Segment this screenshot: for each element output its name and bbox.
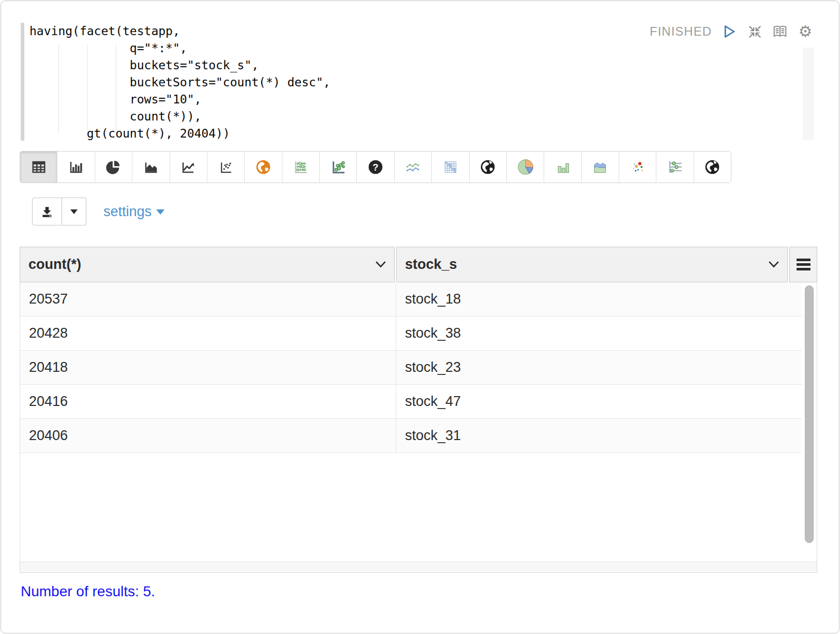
pie-chart-icon: [106, 159, 121, 175]
viz-globe-button[interactable]: [470, 152, 507, 183]
code-line: rows="10",: [29, 91, 331, 108]
viz-map-orange-button[interactable]: [245, 152, 282, 183]
bar-chart-icon: [68, 159, 84, 175]
cell-stock: stock_31: [396, 419, 802, 452]
viz-table-button[interactable]: [20, 152, 57, 183]
editor-gutter: [21, 23, 24, 141]
viz-bar-chart-button[interactable]: [57, 152, 95, 183]
column-label: stock_s: [405, 256, 457, 273]
table-body: 20537 stock_18 20428 stock_38 20418 stoc…: [20, 282, 817, 562]
viz-help-button[interactable]: ?: [357, 152, 394, 183]
area-chart-icon: [143, 159, 159, 175]
cell-count: 20537: [20, 282, 396, 316]
book-icon: [772, 24, 788, 39]
cell-count: 20418: [20, 351, 396, 384]
column-header-stock[interactable]: stock_s: [396, 247, 788, 282]
hamburger-icon: [797, 259, 811, 270]
viz-bubble-matrix-button[interactable]: [282, 152, 320, 183]
viz-line-chart-button[interactable]: [170, 152, 207, 183]
code-text: having(facet(testapp, q="*:*", buckets="…: [29, 23, 331, 142]
viz-parallel-sliders-button[interactable]: [656, 152, 694, 183]
heatmap-icon: [442, 159, 459, 175]
play-icon: [723, 25, 736, 38]
viz-scatter-chart-button[interactable]: [207, 152, 245, 183]
download-icon: [40, 205, 54, 218]
chevron-down-icon[interactable]: [769, 261, 779, 268]
code-line: q="*:*",: [29, 40, 331, 57]
cell-count: 20428: [20, 316, 396, 350]
viz-multi-line-button[interactable]: [395, 152, 432, 183]
globe-orange-icon: [255, 159, 272, 175]
settings-label: settings: [103, 204, 152, 220]
caret-down-icon: [70, 209, 78, 214]
column-header-count[interactable]: count(*): [20, 247, 395, 282]
globe-black-icon: [704, 159, 721, 175]
viz-area-chart-button[interactable]: [132, 152, 170, 183]
table-header: count(*) stock_s: [20, 247, 817, 282]
table-icon: [31, 159, 47, 175]
table-menu-button[interactable]: [789, 247, 817, 282]
bar-green-icon: [554, 159, 571, 175]
code-line: buckets="stock_s",: [29, 57, 331, 74]
cell-count: 20406: [20, 419, 396, 452]
editor-scrollbar[interactable]: [803, 48, 814, 140]
table-row: 20418 stock_23: [20, 351, 802, 385]
bubble-matrix-icon: [292, 159, 309, 175]
code-editor[interactable]: having(facet(testapp, q="*:*", buckets="…: [21, 23, 826, 142]
caret-down-icon: [156, 209, 164, 215]
viz-area-stacked-button[interactable]: [582, 152, 619, 183]
collapse-button[interactable]: [747, 24, 762, 39]
bubble-scatter-icon: [330, 159, 347, 175]
viz-bar-green-button[interactable]: [544, 152, 581, 183]
svg-text:?: ?: [372, 162, 378, 173]
cell-stock: stock_18: [396, 282, 802, 316]
globe-black-icon: [479, 159, 496, 175]
question-icon: ?: [367, 159, 384, 175]
table-row: 20406 stock_31: [20, 419, 802, 453]
viz-pie-colored-button[interactable]: [507, 152, 544, 183]
table-row: 20416 stock_47: [20, 385, 802, 419]
run-button[interactable]: [722, 24, 737, 39]
table-row: 20428 stock_38: [20, 316, 802, 351]
cell-count: 20416: [20, 385, 396, 418]
table-rows: 20537 stock_18 20428 stock_38 20418 stoc…: [20, 282, 802, 453]
sliders-icon: [666, 158, 684, 176]
column-label: count(*): [28, 256, 81, 273]
cell-stock: stock_47: [396, 385, 802, 418]
download-options-button[interactable]: [62, 198, 86, 225]
viz-heatmap-button[interactable]: [432, 152, 469, 183]
line-chart-icon: [181, 159, 196, 175]
results-count-text: Number of results: 5.: [21, 583, 155, 600]
report-view-button[interactable]: [772, 24, 788, 39]
cell-stock: stock_38: [396, 316, 802, 350]
visualization-toolbar: ?: [20, 151, 731, 183]
viz-scatter-colored-button[interactable]: [619, 152, 656, 183]
viz-bubble-scatter-button[interactable]: [320, 152, 357, 183]
scatter-colored-icon: [629, 159, 646, 175]
scatter-chart-icon: [218, 159, 234, 175]
table-row: 20537 stock_18: [20, 282, 802, 316]
paragraph-settings-button[interactable]: ⚙: [798, 24, 813, 39]
table-footer-bar: [20, 562, 817, 573]
result-table: count(*) stock_s 20537 stock_18 20428 st…: [20, 247, 817, 573]
gear-icon: ⚙: [799, 24, 813, 39]
paragraph-controls: FINISHED ⚙: [650, 24, 813, 39]
cell-stock: stock_23: [396, 351, 802, 384]
code-line: count(*)),: [29, 108, 331, 125]
multi-line-icon: [404, 159, 422, 175]
status-badge: FINISHED: [650, 24, 712, 39]
code-line: gt(count(*), 20404)): [29, 125, 331, 142]
table-scrollbar-thumb[interactable]: [805, 285, 814, 543]
viz-pie-chart-button[interactable]: [95, 152, 132, 183]
viz-globe-2-button[interactable]: [694, 152, 731, 183]
download-button-group: [32, 198, 86, 225]
code-line: bucketSorts="count(*) desc",: [29, 74, 331, 91]
download-button[interactable]: [32, 198, 62, 225]
chevron-down-icon[interactable]: [376, 261, 386, 268]
compress-icon: [748, 25, 762, 39]
settings-toggle[interactable]: settings: [103, 204, 164, 220]
area-stacked-icon: [591, 159, 609, 175]
code-line: having(facet(testapp,: [29, 23, 331, 40]
pie-colored-icon: [517, 158, 534, 176]
